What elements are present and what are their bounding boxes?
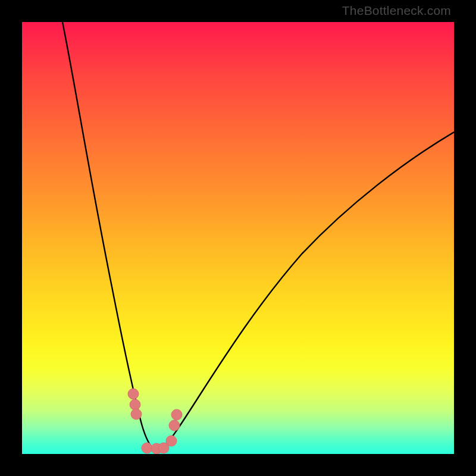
marker-dot <box>169 420 180 431</box>
marker-dot <box>131 409 142 419</box>
marker-dot <box>142 443 152 453</box>
marker-group <box>128 389 182 454</box>
marker-dot <box>130 399 140 410</box>
curve-left <box>62 22 159 453</box>
curve-right <box>159 132 454 453</box>
marker-dot <box>171 409 182 420</box>
watermark-label: TheBottleneck.com <box>342 4 451 18</box>
chart-frame: TheBottleneck.com <box>0 0 476 476</box>
plot-area <box>22 22 454 454</box>
marker-dot <box>166 436 177 446</box>
curve-group <box>62 22 454 453</box>
chart-svg <box>22 22 454 454</box>
marker-dot <box>128 389 139 399</box>
